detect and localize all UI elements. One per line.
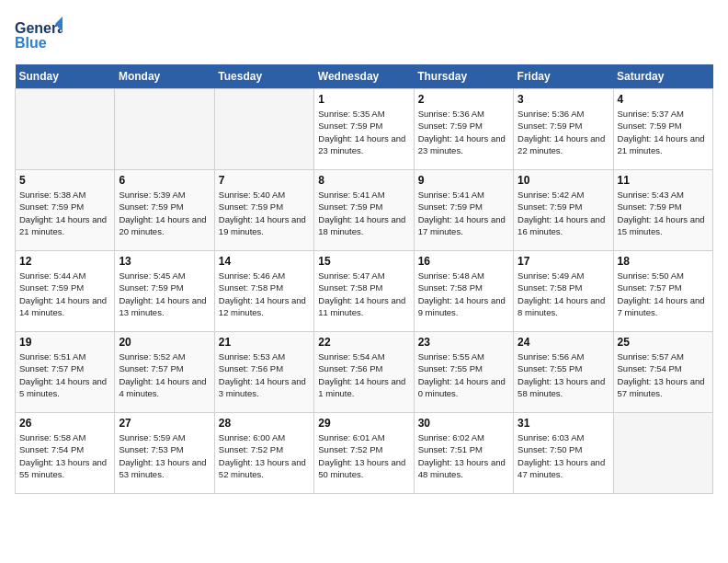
day-info: Sunrise: 5:50 AM Sunset: 7:57 PM Dayligh… [618,270,709,318]
svg-text:General: General [15,20,63,36]
calendar-cell: 21Sunrise: 5:53 AM Sunset: 7:56 PM Dayli… [214,332,313,413]
day-number: 20 [119,336,210,349]
day-number: 23 [418,336,509,349]
day-of-week-header: Sunday [16,64,115,89]
day-info: Sunrise: 5:35 AM Sunset: 7:59 PM Dayligh… [318,108,409,156]
day-number: 17 [518,255,609,268]
calendar-cell: 30Sunrise: 6:02 AM Sunset: 7:51 PM Dayli… [414,413,513,494]
day-number: 3 [518,93,609,106]
svg-text:Blue: Blue [15,35,47,51]
day-info: Sunrise: 5:37 AM Sunset: 7:59 PM Dayligh… [618,108,709,156]
day-number: 7 [219,174,310,187]
page-header: General Blue [15,15,713,55]
logo: General Blue [15,15,63,55]
calendar-cell: 11Sunrise: 5:43 AM Sunset: 7:59 PM Dayli… [613,170,712,251]
calendar-cell: 9Sunrise: 5:41 AM Sunset: 7:59 PM Daylig… [414,170,513,251]
calendar-cell: 20Sunrise: 5:52 AM Sunset: 7:57 PM Dayli… [115,332,214,413]
calendar-cell: 2Sunrise: 5:36 AM Sunset: 7:59 PM Daylig… [414,89,513,170]
day-info: Sunrise: 5:44 AM Sunset: 7:59 PM Dayligh… [19,270,110,318]
calendar-cell: 18Sunrise: 5:50 AM Sunset: 7:57 PM Dayli… [613,251,712,332]
calendar-cell: 16Sunrise: 5:48 AM Sunset: 7:58 PM Dayli… [414,251,513,332]
calendar-cell: 27Sunrise: 5:59 AM Sunset: 7:53 PM Dayli… [115,413,214,494]
calendar-cell: 17Sunrise: 5:49 AM Sunset: 7:58 PM Dayli… [514,251,613,332]
day-number: 6 [119,174,210,187]
day-info: Sunrise: 5:39 AM Sunset: 7:59 PM Dayligh… [119,189,210,237]
day-number: 27 [119,417,210,430]
calendar-cell [214,89,313,170]
calendar-header-row: SundayMondayTuesdayWednesdayThursdayFrid… [16,64,713,89]
day-info: Sunrise: 5:58 AM Sunset: 7:54 PM Dayligh… [19,431,110,480]
calendar-cell: 6Sunrise: 5:39 AM Sunset: 7:59 PM Daylig… [115,170,214,251]
day-info: Sunrise: 5:57 AM Sunset: 7:54 PM Dayligh… [618,350,709,399]
day-number: 2 [418,93,509,106]
day-of-week-header: Wednesday [314,64,414,89]
calendar-cell [115,89,214,170]
calendar-cell [16,89,115,170]
calendar-cell: 15Sunrise: 5:47 AM Sunset: 7:58 PM Dayli… [314,251,414,332]
day-info: Sunrise: 5:54 AM Sunset: 7:56 PM Dayligh… [318,350,409,399]
day-number: 24 [518,336,609,349]
day-of-week-header: Tuesday [214,64,313,89]
day-info: Sunrise: 5:42 AM Sunset: 7:59 PM Dayligh… [518,189,609,237]
calendar-table: SundayMondayTuesdayWednesdayThursdayFrid… [15,64,713,494]
day-number: 29 [318,417,409,430]
day-info: Sunrise: 5:56 AM Sunset: 7:55 PM Dayligh… [518,350,609,399]
day-number: 25 [618,336,709,349]
day-info: Sunrise: 5:45 AM Sunset: 7:59 PM Dayligh… [119,270,210,318]
day-info: Sunrise: 5:46 AM Sunset: 7:58 PM Dayligh… [219,270,310,318]
day-number: 26 [19,417,110,430]
day-info: Sunrise: 5:36 AM Sunset: 7:59 PM Dayligh… [418,108,509,156]
day-of-week-header: Saturday [613,64,712,89]
day-info: Sunrise: 5:38 AM Sunset: 7:59 PM Dayligh… [19,189,110,237]
day-number: 10 [518,174,609,187]
calendar-cell: 23Sunrise: 5:55 AM Sunset: 7:55 PM Dayli… [414,332,513,413]
calendar-cell: 8Sunrise: 5:41 AM Sunset: 7:59 PM Daylig… [314,170,414,251]
day-number: 5 [19,174,110,187]
day-info: Sunrise: 5:52 AM Sunset: 7:57 PM Dayligh… [119,350,210,399]
calendar-cell: 10Sunrise: 5:42 AM Sunset: 7:59 PM Dayli… [514,170,613,251]
day-info: Sunrise: 5:55 AM Sunset: 7:55 PM Dayligh… [418,350,509,399]
day-number: 28 [219,417,310,430]
day-number: 14 [219,255,310,268]
calendar-week-row: 5Sunrise: 5:38 AM Sunset: 7:59 PM Daylig… [16,170,713,251]
calendar-cell: 13Sunrise: 5:45 AM Sunset: 7:59 PM Dayli… [115,251,214,332]
day-info: Sunrise: 5:59 AM Sunset: 7:53 PM Dayligh… [119,431,210,480]
day-info: Sunrise: 6:00 AM Sunset: 7:52 PM Dayligh… [219,431,310,480]
calendar-cell [613,413,712,494]
calendar-cell: 19Sunrise: 5:51 AM Sunset: 7:57 PM Dayli… [16,332,115,413]
day-of-week-header: Friday [514,64,613,89]
calendar-cell: 26Sunrise: 5:58 AM Sunset: 7:54 PM Dayli… [16,413,115,494]
logo-icon: General Blue [15,15,63,55]
calendar-cell: 3Sunrise: 5:36 AM Sunset: 7:59 PM Daylig… [514,89,613,170]
day-number: 8 [318,174,409,187]
day-info: Sunrise: 5:48 AM Sunset: 7:58 PM Dayligh… [418,270,509,318]
day-number: 18 [618,255,709,268]
day-number: 11 [618,174,709,187]
calendar-cell: 28Sunrise: 6:00 AM Sunset: 7:52 PM Dayli… [214,413,313,494]
calendar-cell: 5Sunrise: 5:38 AM Sunset: 7:59 PM Daylig… [16,170,115,251]
day-info: Sunrise: 5:40 AM Sunset: 7:59 PM Dayligh… [219,189,310,237]
day-number: 16 [418,255,509,268]
day-of-week-header: Thursday [414,64,513,89]
calendar-cell: 25Sunrise: 5:57 AM Sunset: 7:54 PM Dayli… [613,332,712,413]
calendar-cell: 29Sunrise: 6:01 AM Sunset: 7:52 PM Dayli… [314,413,414,494]
day-info: Sunrise: 6:03 AM Sunset: 7:50 PM Dayligh… [518,431,609,480]
calendar-cell: 31Sunrise: 6:03 AM Sunset: 7:50 PM Dayli… [514,413,613,494]
day-number: 4 [618,93,709,106]
day-number: 1 [318,93,409,106]
calendar-cell: 1Sunrise: 5:35 AM Sunset: 7:59 PM Daylig… [314,89,414,170]
day-info: Sunrise: 5:49 AM Sunset: 7:58 PM Dayligh… [518,270,609,318]
day-number: 13 [119,255,210,268]
day-number: 15 [318,255,409,268]
calendar-cell: 22Sunrise: 5:54 AM Sunset: 7:56 PM Dayli… [314,332,414,413]
day-of-week-header: Monday [115,64,214,89]
day-info: Sunrise: 5:51 AM Sunset: 7:57 PM Dayligh… [19,350,110,399]
day-number: 9 [418,174,509,187]
calendar-week-row: 26Sunrise: 5:58 AM Sunset: 7:54 PM Dayli… [16,413,713,494]
calendar-cell: 4Sunrise: 5:37 AM Sunset: 7:59 PM Daylig… [613,89,712,170]
calendar-cell: 24Sunrise: 5:56 AM Sunset: 7:55 PM Dayli… [514,332,613,413]
day-number: 21 [219,336,310,349]
day-info: Sunrise: 5:41 AM Sunset: 7:59 PM Dayligh… [418,189,509,237]
calendar-week-row: 1Sunrise: 5:35 AM Sunset: 7:59 PM Daylig… [16,89,713,170]
calendar-cell: 14Sunrise: 5:46 AM Sunset: 7:58 PM Dayli… [214,251,313,332]
